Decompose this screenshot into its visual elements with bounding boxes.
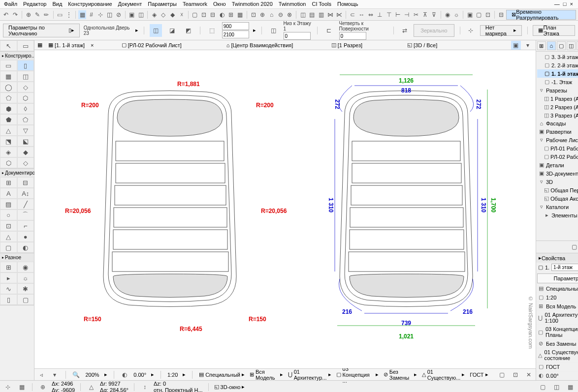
d6-icon[interactable]: ⊢ [394, 10, 402, 19]
snap2-icon[interactable]: ⊹ [96, 10, 104, 19]
nav-tab-3[interactable]: ▢ [557, 41, 566, 50]
tool-tg-construct-13[interactable]: ▽ [17, 125, 34, 136]
menu-twinmotion[interactable]: Twinmotion [279, 1, 306, 7]
props-row[interactable]: ◐0.00°▸ [536, 371, 578, 380]
coord-z-icon[interactable]: ↕ [140, 383, 150, 392]
t1-icon[interactable]: ◈ [150, 10, 158, 19]
bb-2-icon[interactable]: ◫ [551, 383, 561, 392]
coord-grid-icon[interactable]: ▦ [17, 383, 27, 392]
tool-tg-misc-2[interactable]: ▸ [0, 272, 17, 283]
sb-override[interactable]: ⊘ Без Замены ▸ [384, 369, 417, 381]
d7-icon[interactable]: ⊣ [403, 10, 411, 19]
t4-icon[interactable]: ☓ [177, 10, 185, 19]
view2-icon[interactable]: ☼ [452, 10, 460, 19]
e5-icon[interactable]: ⊗ [286, 10, 293, 19]
flip-icon[interactable]: ⇄ [399, 25, 410, 36]
canvas[interactable]: R=1,881 R=200 R=200 R=20,056 R=20,056 R=… [34, 50, 536, 368]
tool-tg-misc-5[interactable]: ✱ [17, 283, 34, 294]
menu-design[interactable]: Конструирование [68, 1, 112, 7]
reveal-input[interactable] [339, 32, 366, 40]
tool-tg-misc-7[interactable]: ▢ [17, 294, 34, 305]
ungroup1-icon[interactable]: ⊟ [497, 10, 505, 19]
sb-opt-icon[interactable]: ▾ [51, 370, 59, 379]
tab-pin-icon[interactable]: ▣ [511, 41, 521, 50]
nav-item[interactable]: ▢3. 3-й этаж [537, 53, 578, 61]
sb-x2-icon[interactable]: ✕ [524, 370, 533, 379]
tool-tg-construct-19[interactable]: ◇ [17, 157, 34, 168]
params-button[interactable]: Параметры... [537, 273, 578, 283]
tool-tg-construct-1[interactable]: ▯ [17, 60, 34, 71]
t2-icon[interactable]: ◇ [160, 10, 167, 19]
tool-tg-construct-0[interactable]: ▭ [0, 60, 17, 71]
sb-model[interactable]: ⊞ Вся Модель ▸ [250, 369, 283, 381]
tool-tg-document-4[interactable]: ▨ [0, 199, 17, 210]
tool-tg-misc-1[interactable]: ◉ [17, 262, 34, 272]
d5-icon[interactable]: ⊤ [385, 10, 392, 19]
m2-icon[interactable]: ▤ [308, 10, 316, 19]
tool-tg-document-6[interactable]: ○ [0, 210, 17, 220]
d2-icon[interactable]: ↔ [357, 10, 365, 19]
e1-icon[interactable]: ⊡ [250, 10, 257, 19]
nav-item[interactable]: ◫2 Разрез (Автоматич [537, 103, 578, 111]
sb-x1-icon[interactable]: ⊡ [511, 370, 519, 379]
props-row[interactable]: ▢ГОСТ▸ [536, 362, 578, 371]
suspend-icon[interactable]: ⊘ [115, 10, 123, 19]
t8-icon[interactable]: ◐ [218, 10, 226, 19]
geom-method-3[interactable]: ◩ [182, 24, 194, 37]
tool-tg-construct-16[interactable]: ◈ [0, 147, 17, 157]
menu-teamwork[interactable]: Teamwork [183, 1, 207, 7]
t7-icon[interactable]: ⊟ [209, 10, 217, 19]
trace-icon[interactable]: ▣ [128, 10, 136, 19]
nav-item[interactable]: ▣3D-документы [537, 169, 578, 178]
e2-icon[interactable]: ⊕ [258, 10, 266, 19]
tool-tg-construct-18[interactable]: ⬡ [0, 157, 17, 168]
t5-icon[interactable]: ▢ [191, 10, 199, 19]
nav-tab-2[interactable]: ⌂ [547, 41, 556, 50]
tool-tg-construct-9[interactable]: ◊ [17, 103, 34, 114]
tool-tg-misc-0[interactable]: ⊞ [0, 262, 17, 272]
nav-item[interactable]: ▿Разрезы [537, 86, 578, 94]
ruler-icon[interactable]: ▭ [56, 10, 64, 19]
sb-gost[interactable]: ГОСТ ▸ [470, 371, 488, 378]
tool-tg-document-13[interactable]: ◐ [17, 242, 34, 253]
menu-edit[interactable]: Редактор [23, 1, 46, 7]
coord-polar-icon[interactable]: △ [86, 383, 96, 392]
sb-arch[interactable]: ⋃ 01 Архитектур... ▸ [288, 369, 331, 381]
d4-icon[interactable]: ⊥ [376, 10, 384, 19]
tab-floor1[interactable]: ▦[1. 1-й этаж] [44, 41, 89, 49]
default-settings-button[interactable]: Параметры по Умолчанию ▯▸ [3, 24, 80, 37]
d3-icon[interactable]: ⇔ [367, 10, 375, 19]
d1-icon[interactable]: ⊂ [349, 10, 356, 19]
m1-icon[interactable]: ◫ [299, 10, 307, 19]
temp-ungroup-button[interactable]: ⊠ Временно Разгруппировать [506, 10, 576, 20]
tool-tg-construct-4[interactable]: ◯ [0, 82, 17, 92]
menu-help[interactable]: Помощь [337, 1, 358, 7]
geom-method-2[interactable]: ◪ [166, 24, 178, 37]
inject-icon[interactable]: ✏ [42, 10, 50, 19]
tool-tg-construct-10[interactable]: ⬟ [0, 114, 17, 125]
tab-interaction[interactable]: ⌂[Центр Взаимодействия] [223, 41, 297, 49]
sb-cam-icon[interactable]: ▢ [498, 370, 507, 379]
grid-icon[interactable]: ▦ [78, 10, 86, 19]
props-row[interactable]: ⊘Без Замены▸ [536, 339, 578, 348]
menu-options[interactable]: Параметры [148, 1, 177, 7]
tool-tg-document-1[interactable]: ⊟ [17, 177, 34, 188]
nav-item[interactable]: ▣Развертки [537, 127, 578, 136]
nav-item[interactable]: ▿Каталоги [537, 203, 578, 211]
tool-tg-document-9[interactable]: ⌐ [17, 220, 34, 231]
coord-mode-icon[interactable]: ⊹ [3, 383, 13, 392]
menu-file[interactable]: Файл [4, 1, 17, 7]
tool-tg-construct-14[interactable]: ⬔ [0, 136, 17, 147]
tool-tg-construct-12[interactable]: △ [0, 125, 17, 136]
nav-tab-1[interactable]: ⊞ [537, 41, 546, 50]
sb-zoom-icon[interactable]: 🔍 [72, 370, 80, 379]
nav-tab-4[interactable]: ◫ [567, 41, 576, 50]
tool-tg-construct-17[interactable]: ◆ [17, 147, 34, 157]
tab-3d[interactable]: ◱[3D / Все] [403, 41, 441, 49]
redo-icon[interactable]: ↷ [11, 10, 19, 19]
t10-icon[interactable]: ▦ [236, 10, 244, 19]
section-misc[interactable]: Разное [0, 253, 34, 262]
section-document[interactable]: Документиро.. [0, 169, 34, 177]
close-icon[interactable]: × [91, 42, 94, 48]
coord-xy-icon[interactable]: ⊕ [38, 383, 48, 392]
